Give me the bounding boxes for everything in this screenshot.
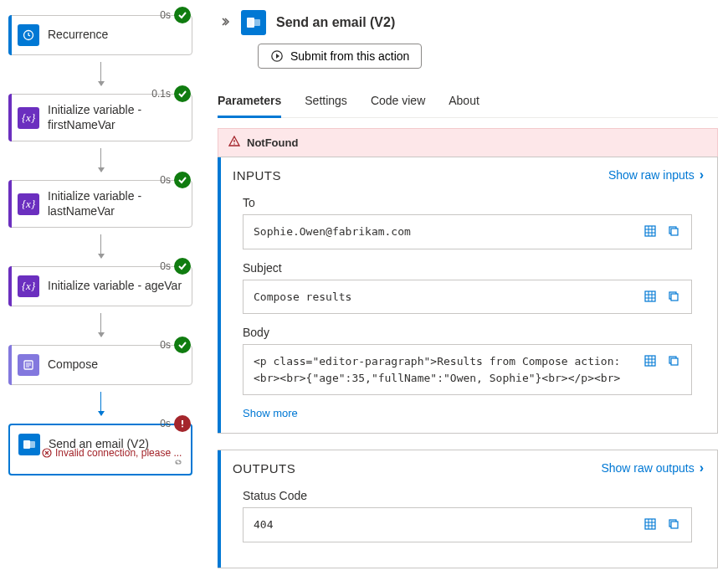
link-icon[interactable]	[172, 456, 184, 470]
step-title: Recurrence	[48, 28, 108, 43]
checkmark-icon	[174, 258, 191, 275]
body-label: Body	[243, 326, 692, 339]
outputs-panel: OUTPUTS Show raw outputs › Status Code 4…	[218, 450, 718, 568]
workflow-canvas: 0s Recurrence 0.1s {x} Initialize variab…	[0, 0, 201, 586]
variable-icon: {x}	[18, 193, 39, 215]
flow-step-init-age[interactable]: 0s {x} Initialize variable - ageVar	[8, 258, 192, 306]
table-view-icon[interactable]	[643, 517, 658, 532]
warning-icon	[228, 136, 240, 150]
subject-value-box: Compose results	[243, 280, 692, 315]
step-duration: 0s	[160, 260, 171, 272]
svg-point-2	[182, 426, 183, 428]
step-duration: 0s	[160, 418, 171, 429]
table-view-icon[interactable]	[643, 224, 658, 239]
chevron-right-icon: ›	[700, 167, 704, 182]
outputs-heading: OUTPUTS	[233, 461, 295, 475]
to-label: To	[243, 196, 692, 209]
table-view-icon[interactable]	[643, 289, 658, 304]
compose-icon	[18, 354, 39, 376]
variable-icon: {x}	[18, 107, 39, 129]
submit-button-label: Submit from this action	[290, 49, 409, 63]
svg-point-9	[233, 143, 235, 145]
tab-code-view[interactable]: Code view	[371, 87, 425, 118]
step-title: Compose	[48, 357, 98, 373]
collapse-chevron-icon[interactable]	[218, 16, 231, 30]
detail-tabs: Parameters Settings Code view About	[218, 87, 718, 118]
to-value: Sophie.Owen@fabrikam.com	[254, 224, 634, 240]
svg-rect-12	[671, 229, 678, 235]
connector-arrow	[100, 234, 101, 258]
alert-text: NotFound	[247, 136, 298, 149]
status-code-label: Status Code	[243, 489, 692, 502]
svg-rect-16	[645, 356, 655, 366]
detail-title: Send an email (V2)	[276, 15, 395, 30]
clock-icon	[18, 24, 39, 46]
body-value-box: <p class="editor-paragraph">Results from…	[243, 344, 692, 395]
step-title: Initialize variable - ageVar	[48, 279, 182, 294]
inputs-panel: INPUTS Show raw inputs › To Sophie.Owen@…	[218, 157, 718, 434]
variable-icon: {x}	[18, 275, 39, 297]
tab-about[interactable]: About	[449, 87, 479, 118]
svg-rect-15	[671, 294, 678, 301]
connector-arrow	[100, 313, 101, 337]
show-raw-outputs-link[interactable]: Show raw outputs ›	[601, 460, 704, 475]
flow-step-init-firstname[interactable]: 0.1s {x} Initialize variable - firstName…	[8, 85, 192, 141]
svg-rect-7	[252, 19, 260, 26]
detail-pane: Send an email (V2) Submit from this acti…	[201, 0, 728, 586]
connector-arrow	[100, 62, 101, 85]
chevron-right-icon: ›	[700, 460, 704, 475]
checkmark-icon	[174, 7, 191, 23]
subject-value: Compose results	[254, 289, 634, 306]
notfound-alert: NotFound	[218, 128, 718, 157]
flow-step-recurrence[interactable]: 0s Recurrence	[8, 7, 192, 55]
outlook-icon	[241, 10, 266, 35]
step-error-text: Invalid connection, please ...	[55, 447, 182, 459]
copy-icon[interactable]	[666, 353, 681, 368]
tab-settings[interactable]: Settings	[305, 87, 347, 118]
error-icon	[174, 415, 191, 432]
show-more-link[interactable]: Show more	[243, 407, 692, 419]
show-raw-inputs-link[interactable]: Show raw inputs ›	[608, 167, 704, 182]
tab-parameters[interactable]: Parameters	[218, 87, 281, 118]
status-code-value: 404	[254, 517, 634, 533]
copy-icon[interactable]	[666, 289, 681, 304]
body-value: <p class="editor-paragraph">Results from…	[254, 353, 634, 386]
svg-rect-4	[28, 441, 35, 448]
step-duration: 0s	[160, 174, 171, 186]
copy-icon[interactable]	[666, 517, 681, 532]
error-circle-icon	[42, 448, 52, 458]
step-duration: 0s	[160, 339, 171, 351]
step-title: Initialize variable - lastNameVar	[48, 189, 183, 218]
step-duration: 0.1s	[151, 88, 171, 100]
status-code-box: 404	[243, 507, 692, 542]
copy-icon[interactable]	[666, 224, 681, 239]
checkmark-icon	[174, 172, 191, 188]
table-view-icon[interactable]	[643, 353, 658, 368]
svg-rect-10	[645, 226, 655, 236]
svg-rect-21	[671, 522, 678, 528]
svg-rect-18	[671, 358, 678, 365]
svg-rect-19	[645, 519, 655, 529]
connector-arrow	[100, 148, 101, 172]
inputs-heading: INPUTS	[233, 168, 281, 182]
checkmark-icon	[174, 337, 191, 353]
outlook-icon	[18, 434, 40, 455]
flow-step-send-email[interactable]: 0s Send an email (V2) Invalid connection…	[8, 415, 192, 475]
step-duration: 0s	[160, 9, 171, 21]
step-title: Initialize variable - firstNameVar	[48, 103, 183, 132]
flow-step-init-lastname[interactable]: 0s {x} Initialize variable - lastNameVar	[8, 172, 192, 228]
connector-arrow	[100, 392, 101, 415]
to-value-box: Sophie.Owen@fabrikam.com	[243, 214, 692, 249]
submit-from-action-button[interactable]: Submit from this action	[258, 44, 422, 69]
checkmark-icon	[174, 85, 191, 102]
subject-label: Subject	[243, 261, 692, 275]
svg-rect-13	[645, 291, 655, 301]
flow-step-compose[interactable]: 0s Compose	[8, 337, 192, 385]
